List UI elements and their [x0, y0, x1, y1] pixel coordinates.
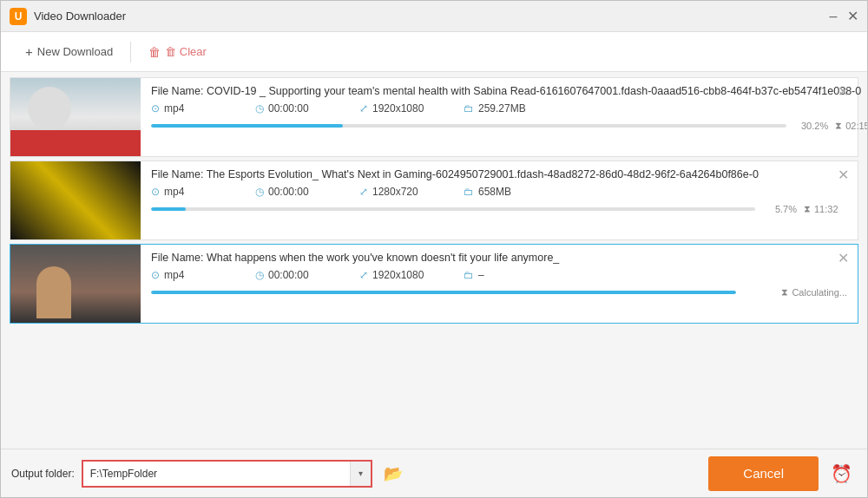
meta-row-2: ⊙ mp4 ◷ 00:00:00 ⤢ 1280x720 🗀 658MB [151, 186, 847, 198]
size-3: 🗀 – [464, 269, 568, 281]
output-folder-dropdown[interactable]: ▾ [350, 462, 371, 486]
progress-bar-1 [151, 124, 786, 128]
timer-icon-1: ⧗ [835, 120, 842, 131]
download-info-3: File Name: What happens when the work yo… [141, 245, 858, 323]
new-download-button[interactable]: + New Download [11, 39, 127, 64]
cancel-button[interactable]: Cancel [708, 456, 819, 491]
format-2: ⊙ mp4 [151, 186, 255, 198]
alarm-button[interactable]: ⏰ [825, 458, 857, 489]
folder-icon-2: 🗀 [464, 186, 474, 198]
timer-icon-2: ⧗ [804, 203, 811, 214]
browse-folder-button[interactable]: 📂 [379, 460, 407, 488]
trash-icon: 🗑 [148, 45, 161, 59]
resolution-1: ⤢ 1920x1080 [359, 102, 464, 115]
progress-time-3: ⧗ Calculating... [743, 286, 847, 298]
output-folder-field-wrap: ▾ [82, 460, 372, 488]
folder-open-icon: 📂 [384, 464, 403, 483]
alarm-icon: ⏰ [831, 463, 852, 484]
download-item-3: File Name: What happens when the work yo… [10, 244, 858, 324]
toolbar: + New Download 🗑 🗑 Clear [1, 32, 867, 72]
resize-icon-3: ⤢ [359, 269, 368, 281]
window-controls: – ✕ [827, 10, 858, 23]
format-3: ⊙ mp4 [151, 269, 255, 281]
close-item-3[interactable]: ✕ [835, 250, 851, 265]
progress-row-3: ⧗ Calculating... [151, 286, 847, 298]
app-window: U Video Downloader – ✕ + New Download 🗑 … [0, 0, 868, 498]
file-name-3: File Name: What happens when the work yo… [151, 252, 847, 264]
progress-pct-2: 5.7% [762, 204, 797, 214]
duration-1: ◷ 00:00:00 [255, 102, 359, 115]
format-icon-1: ⊙ [151, 102, 160, 115]
output-folder-label: Output folder: [11, 468, 75, 480]
thumbnail-3 [10, 245, 141, 323]
bottom-bar: Output folder: ▾ 📂 Cancel ⏰ [1, 449, 867, 497]
duration-2: ◷ 00:00:00 [255, 186, 359, 198]
resize-icon-2: ⤢ [359, 186, 368, 198]
minimize-button[interactable]: – [827, 10, 839, 23]
progress-bar-2 [151, 207, 755, 211]
format-icon-2: ⊙ [151, 186, 160, 198]
output-folder-input[interactable] [83, 468, 350, 480]
new-download-label: New Download [37, 45, 113, 58]
progress-bar-3 [151, 291, 736, 294]
title-bar: U Video Downloader – ✕ [1, 1, 867, 32]
format-icon-3: ⊙ [151, 269, 160, 281]
download-item-2: File Name: The Esports Evolution_ What's… [10, 161, 858, 240]
progress-time-2: ⧗ 11:32 [804, 203, 847, 214]
meta-row-1: ⊙ mp4 ◷ 00:00:00 ⤢ 1920x1080 🗀 259.27MB [151, 102, 867, 115]
download-list: File Name: COVID-19 _ Supporting your te… [1, 72, 867, 449]
thumbnail-2 [10, 161, 141, 239]
progress-fill-3 [151, 291, 736, 294]
folder-icon-1: 🗀 [464, 102, 474, 115]
resolution-3: ⤢ 1920x1080 [359, 269, 464, 281]
timer-icon-3: ⧗ [781, 286, 788, 298]
progress-pct-1: 30.2% [793, 121, 828, 131]
clock-icon-2: ◷ [255, 186, 264, 198]
progress-row-1: 30.2% ⧗ 02:15 [151, 120, 867, 131]
resize-icon-1: ⤢ [359, 102, 368, 115]
close-item-1[interactable]: ✕ [835, 83, 851, 99]
duration-3: ◷ 00:00:00 [255, 269, 359, 281]
clock-icon-1: ◷ [255, 102, 264, 115]
file-name-2: File Name: The Esports Evolution_ What's… [151, 168, 847, 180]
download-item: File Name: COVID-19 _ Supporting your te… [10, 77, 858, 157]
progress-time-1: ⧗ 02:15 [835, 120, 867, 131]
progress-fill-1 [151, 124, 343, 128]
plus-icon: + [25, 44, 33, 59]
format-1: ⊙ mp4 [151, 102, 255, 115]
close-item-2[interactable]: ✕ [835, 167, 851, 182]
file-name-1: File Name: COVID-19 _ Supporting your te… [151, 85, 867, 97]
size-2: 🗀 658MB [464, 186, 568, 198]
app-icon: U [10, 8, 27, 25]
resolution-2: ⤢ 1280x720 [359, 186, 464, 198]
size-1: 🗀 259.27MB [464, 102, 568, 115]
folder-icon-3: 🗀 [464, 269, 474, 281]
window-title: Video Downloader [34, 10, 827, 23]
download-info-1: File Name: COVID-19 _ Supporting your te… [141, 78, 867, 156]
thumbnail-1 [10, 78, 141, 156]
clock-icon-3: ◷ [255, 269, 264, 281]
clear-button[interactable]: 🗑 🗑 Clear [135, 40, 220, 64]
toolbar-divider [130, 42, 131, 62]
progress-row-2: 5.7% ⧗ 11:32 [151, 203, 847, 214]
progress-fill-2 [151, 207, 186, 211]
download-info-2: File Name: The Esports Evolution_ What's… [141, 161, 858, 239]
close-button[interactable]: ✕ [846, 10, 858, 23]
meta-row-3: ⊙ mp4 ◷ 00:00:00 ⤢ 1920x1080 🗀 – [151, 269, 847, 281]
clear-label: 🗑 Clear [165, 45, 207, 58]
